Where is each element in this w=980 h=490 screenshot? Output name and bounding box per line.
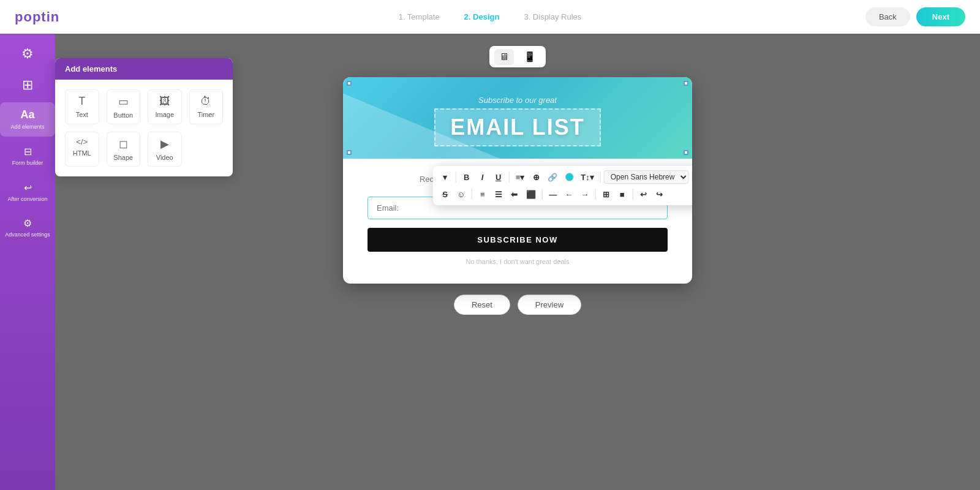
handle-tl[interactable]	[347, 81, 352, 86]
blocks-icon: ⊞	[22, 77, 33, 93]
tb-arrow-right[interactable]: →	[578, 187, 592, 202]
text-label: Text	[76, 111, 88, 118]
html-icon: </>	[76, 137, 88, 146]
tb-outdent[interactable]: ⬅	[507, 187, 522, 202]
tb-box[interactable]: ⊞	[599, 187, 614, 202]
popup-canvas: Subscribe to our great EMAIL LIST ▾ B I …	[343, 77, 692, 284]
font-dropdown[interactable]: Open Sans Hebrew	[604, 170, 689, 184]
tb-list-unordered[interactable]: ☰	[491, 187, 506, 202]
panel-grid: T Text ▭ Button 🖼 Image ⏱ Timer </> HTML…	[55, 80, 233, 176]
reset-button[interactable]: Reset	[454, 295, 510, 315]
top-nav: poptin 1. Template 2. Design 3. Display …	[0, 0, 980, 34]
add-elements-label: Add elements	[10, 124, 44, 130]
no-thanks-link[interactable]: No thanks, I don't want great deals	[466, 258, 569, 265]
element-text[interactable]: T Text	[65, 89, 99, 124]
panel-header: Add elements	[55, 58, 233, 80]
color-dot	[565, 173, 573, 181]
add-elements-panel: Add elements T Text ▭ Button 🖼 Image ⏱ T…	[55, 58, 233, 176]
tb-italic[interactable]: I	[475, 170, 490, 184]
nav-buttons: Back Next	[865, 7, 965, 26]
desktop-button[interactable]: 🖥	[494, 49, 514, 65]
tb-dropdown-btn[interactable]: ▾	[438, 170, 453, 184]
tb-divider-7	[595, 189, 596, 200]
after-conversion-label: After conversion	[7, 196, 47, 203]
button-label: Button	[113, 111, 133, 119]
toolbar-row-1: ▾ B I U ≡▾ ⊕ 🔗 T↕▾ Open Sans Hebrew	[438, 170, 692, 184]
add-elements-icon: Aa	[20, 108, 34, 121]
after-conversion-icon: ↩	[24, 182, 32, 194]
preview-button[interactable]: Preview	[518, 295, 581, 315]
tb-format[interactable]: ⊕	[529, 170, 543, 184]
tb-divider-6	[542, 189, 543, 200]
advanced-settings-icon: ⚙	[23, 217, 32, 229]
tb-undo[interactable]: ↩	[636, 187, 651, 202]
handle-br[interactable]	[684, 150, 688, 155]
advanced-settings-label: Advanced settings	[5, 232, 50, 238]
handle-bl[interactable]	[347, 150, 352, 155]
element-timer[interactable]: ⏱ Timer	[189, 89, 224, 124]
tb-strikethrough[interactable]: S	[438, 187, 453, 202]
nav-steps: 1. Template 2. Design 3. Display Rules	[399, 12, 582, 21]
timer-icon: ⏱	[200, 95, 211, 108]
shape-icon: ◻	[119, 137, 128, 151]
tb-color[interactable]	[562, 170, 576, 184]
step-design[interactable]: 2. Design	[464, 12, 500, 21]
timer-label: Timer	[197, 111, 214, 118]
device-toggle: 🖥 📱	[489, 46, 546, 67]
step-template[interactable]: 1. Template	[399, 12, 440, 21]
logo: poptin	[15, 9, 59, 25]
sidebar-item-add-elements[interactable]: Aa Add elements	[0, 102, 55, 137]
next-button[interactable]: Next	[916, 7, 965, 26]
sidebar-item-after-conversion[interactable]: ↩ After conversion	[0, 176, 55, 209]
image-icon: 🖼	[159, 95, 170, 108]
step-display-rules[interactable]: 3. Display Rules	[524, 12, 581, 21]
element-video[interactable]: ▶ Video	[148, 132, 182, 167]
html-label: HTML	[73, 149, 91, 157]
button-icon: ▭	[118, 95, 129, 108]
settings-icon: ⚙	[21, 46, 34, 62]
tb-divider-3	[600, 172, 601, 183]
handle-tr[interactable]	[684, 81, 688, 86]
tb-align[interactable]: ≡▾	[513, 170, 528, 184]
tb-indent[interactable]: ⬛	[523, 187, 539, 202]
form-builder-label: Form builder	[12, 160, 43, 167]
sidebar-item-advanced-settings[interactable]: ⚙ Advanced settings	[0, 211, 55, 244]
element-image[interactable]: 🖼 Image	[148, 89, 182, 124]
tb-divider-8	[633, 189, 633, 200]
main-area: ⚙ ⊞ Aa Add elements ⊟ Form builder ↩ Aft…	[0, 34, 980, 490]
sidebar-item-settings[interactable]: ⚙	[0, 40, 55, 68]
image-label: Image	[155, 111, 174, 118]
form-builder-icon: ⊟	[24, 146, 32, 157]
tb-list-ordered[interactable]: ≡	[475, 187, 490, 202]
popup-title: EMAIL LIST	[450, 115, 584, 140]
video-icon: ▶	[160, 137, 169, 151]
back-button[interactable]: Back	[865, 7, 910, 26]
tb-divider-5	[472, 189, 472, 200]
tb-divider-2	[509, 172, 510, 183]
tb-fill[interactable]: ■	[615, 187, 630, 202]
text-icon: T	[78, 95, 85, 108]
tb-arrow-left[interactable]: ←	[562, 187, 576, 202]
text-toolbar: ▾ B I U ≡▾ ⊕ 🔗 T↕▾ Open Sans Hebrew	[433, 166, 692, 205]
shape-label: Shape	[113, 154, 133, 161]
element-button[interactable]: ▭ Button	[107, 89, 141, 124]
element-shape[interactable]: ◻ Shape	[107, 132, 141, 167]
tb-link[interactable]: 🔗	[545, 170, 560, 184]
mobile-button[interactable]: 📱	[519, 48, 541, 65]
tb-redo[interactable]: ↪	[652, 187, 667, 202]
tb-divider-1	[456, 172, 456, 183]
sidebar: ⚙ ⊞ Aa Add elements ⊟ Form builder ↩ Aft…	[0, 34, 55, 490]
tb-fontsize[interactable]: T↕▾	[578, 170, 597, 184]
popup-title-box[interactable]: EMAIL LIST	[434, 108, 600, 146]
toolbar-row-2: S ☺ ≡ ☰ ⬅ ⬛ — ← → ⊞ ■ ↩ ↪	[438, 187, 692, 202]
sidebar-item-blocks[interactable]: ⊞	[0, 71, 55, 99]
tb-underline[interactable]: U	[491, 170, 506, 184]
tb-bold[interactable]: B	[459, 170, 474, 184]
element-html[interactable]: </> HTML	[65, 132, 99, 167]
tb-emoji[interactable]: ☺	[454, 187, 469, 202]
subscribe-button[interactable]: SUBSCRIBE NOW	[368, 228, 668, 252]
tb-hr[interactable]: —	[546, 187, 560, 202]
popup-subtitle: Subscribe to our great	[478, 96, 557, 105]
sidebar-item-form-builder[interactable]: ⊟ Form builder	[0, 140, 55, 173]
video-label: Video	[156, 154, 173, 161]
